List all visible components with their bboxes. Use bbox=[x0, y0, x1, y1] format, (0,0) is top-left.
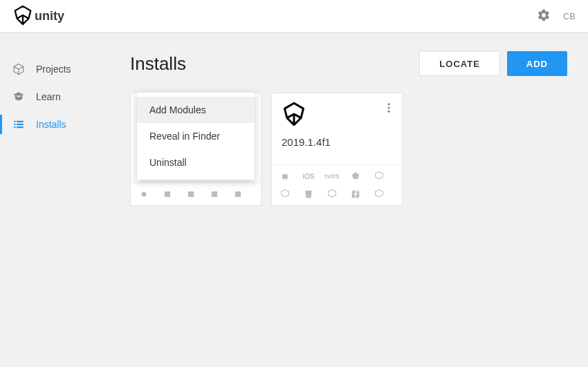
svg-point-11 bbox=[388, 103, 390, 105]
sidebar-item-learn[interactable]: Learn bbox=[0, 83, 130, 111]
tvos-icon: tvOS bbox=[326, 171, 338, 182]
brand-name: unity bbox=[35, 9, 64, 23]
platform-icon bbox=[232, 189, 244, 200]
svg-point-12 bbox=[388, 107, 390, 109]
sidebar-item-installs[interactable]: Installs bbox=[0, 111, 130, 138]
platform-icon bbox=[161, 189, 174, 200]
sidebar-item-label: Projects bbox=[36, 64, 71, 75]
user-avatar[interactable]: CB bbox=[563, 12, 576, 21]
webgl-icon bbox=[373, 171, 385, 182]
svg-rect-8 bbox=[188, 191, 194, 197]
menu-item-add-modules[interactable]: Add Modules bbox=[137, 97, 255, 123]
brand: unity bbox=[12, 5, 64, 28]
svg-rect-7 bbox=[165, 191, 170, 197]
android-icon bbox=[279, 171, 291, 182]
install-card: 2019.1.4f1 iOS tvOS bbox=[271, 93, 403, 206]
platform-icon bbox=[349, 171, 362, 182]
unity-logo-icon bbox=[12, 5, 33, 28]
graduation-cap-icon bbox=[12, 91, 25, 103]
svg-rect-4 bbox=[14, 126, 15, 128]
platform-icon bbox=[326, 189, 338, 200]
platform-icons-row: iOS tvOS bbox=[272, 164, 402, 205]
platform-icon bbox=[185, 189, 197, 200]
gear-icon[interactable] bbox=[537, 8, 551, 25]
platform-icon bbox=[208, 189, 221, 200]
svg-rect-2 bbox=[14, 124, 15, 125]
sidebar-item-label: Learn bbox=[36, 91, 61, 102]
menu-item-uninstall[interactable]: Uninstall bbox=[137, 149, 255, 176]
sidebar: Projects Learn Installs bbox=[0, 33, 130, 367]
svg-rect-10 bbox=[235, 191, 241, 197]
installs-grid: Add Modules Reveal in Finder Uninstall 2… bbox=[130, 93, 567, 206]
svg-rect-3 bbox=[17, 124, 24, 125]
app-header: unity CB bbox=[0, 0, 588, 33]
install-version: 2019.1.4f1 bbox=[282, 136, 392, 148]
svg-point-15 bbox=[286, 173, 286, 174]
platform-icon bbox=[279, 189, 291, 200]
menu-item-reveal-in-finder[interactable]: Reveal in Finder bbox=[137, 123, 255, 149]
svg-rect-5 bbox=[17, 126, 24, 128]
add-button[interactable]: ADD bbox=[507, 51, 567, 76]
svg-point-6 bbox=[142, 192, 147, 197]
platform-icon bbox=[373, 189, 385, 200]
facebook-icon bbox=[349, 189, 362, 200]
svg-point-14 bbox=[284, 173, 284, 174]
page-title: Installs bbox=[130, 53, 419, 75]
html5-icon bbox=[302, 189, 315, 200]
install-context-menu: Add Modules Reveal in Finder Uninstall bbox=[137, 93, 255, 180]
list-icon bbox=[12, 118, 25, 131]
sidebar-item-label: Installs bbox=[36, 119, 66, 130]
svg-rect-0 bbox=[14, 121, 15, 122]
sidebar-item-projects[interactable]: Projects bbox=[0, 55, 130, 83]
svg-rect-9 bbox=[212, 191, 217, 197]
ios-icon: iOS bbox=[302, 171, 315, 182]
locate-button[interactable]: LOCATE bbox=[419, 51, 499, 76]
svg-point-13 bbox=[388, 111, 390, 113]
cube-icon bbox=[12, 63, 25, 75]
svg-rect-1 bbox=[17, 121, 24, 122]
platform-icon bbox=[138, 189, 150, 200]
unity-cube-icon bbox=[282, 102, 392, 129]
platform-icons-row bbox=[131, 182, 261, 205]
